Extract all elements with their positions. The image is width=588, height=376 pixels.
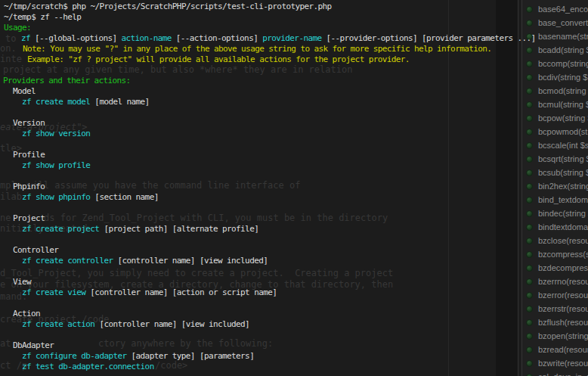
terminal-text-segment: [section name] bbox=[90, 192, 158, 202]
terminal-text-segment: Version bbox=[13, 118, 45, 128]
terminal-text-segment: [controller name] [action or script name… bbox=[85, 287, 277, 297]
terminal-text-segment: zf create action bbox=[22, 319, 94, 329]
terminal-text-segment: Controller bbox=[13, 245, 58, 255]
terminal-text-segment: Usage: bbox=[4, 23, 31, 33]
terminal-text-segment: zf show profile bbox=[22, 160, 90, 170]
terminal-line: zf show profile bbox=[22, 160, 90, 170]
terminal-text-segment: Providers and their actions: bbox=[3, 76, 131, 85]
terminal-line: zf create controller [controller name] [… bbox=[22, 256, 268, 266]
terminal-line: Action bbox=[13, 309, 40, 319]
terminal-text-segment: provider-name bbox=[262, 33, 321, 43]
terminal-text-segment: zf create project bbox=[22, 224, 99, 234]
terminal-text-segment: [project path] [alternate profile] bbox=[99, 224, 258, 234]
terminal-line: zf test db-adapter.connection bbox=[22, 362, 154, 371]
terminal-text-segment: action-name bbox=[122, 33, 172, 43]
terminal-line: View bbox=[13, 277, 31, 287]
terminal-line: zf create action [controller name] [view… bbox=[22, 319, 249, 329]
terminal-line: Usage: bbox=[4, 23, 31, 33]
terminal-text-segment: DbAdapter bbox=[13, 340, 54, 350]
terminal-text-segment: Profile bbox=[13, 150, 45, 160]
terminal-text-segment: zf show version bbox=[22, 129, 90, 138]
terminal-line: Phpinfo bbox=[13, 182, 45, 191]
terminal-line: zf configure db-adapter [adapter type] [… bbox=[22, 351, 254, 361]
terminal-text-segment: [--provider-options] [provider parameter… bbox=[322, 33, 536, 43]
terminal-line: Profile bbox=[13, 150, 45, 160]
terminal-text-segment: [model name] bbox=[90, 97, 149, 107]
terminal-text-segment: zf create controller bbox=[22, 256, 113, 266]
terminal-text-segment: View bbox=[13, 277, 31, 287]
terminal-text-segment: Action bbox=[13, 309, 40, 319]
terminal-text-segment: [--global-options] bbox=[30, 33, 121, 43]
terminal-text-segment: [--action-options] bbox=[172, 33, 262, 43]
terminal-text-segment: [controller name] [view included] bbox=[94, 319, 249, 329]
terminal-line: zf show version bbox=[22, 129, 90, 138]
terminal-text-segment: zf create view bbox=[22, 287, 85, 297]
terminal-line: Version bbox=[13, 118, 45, 128]
terminal-line: Providers and their actions: bbox=[3, 76, 131, 85]
terminal-text-segment: Example: "zf ? project" will provide all… bbox=[27, 54, 410, 64]
terminal-line: zf create model [model name] bbox=[22, 97, 150, 107]
terminal-line: ~/tmp/scratch$ php ~/Projects/ScratchPHP… bbox=[4, 2, 332, 11]
terminal-line: Note: You may use "?" in any place of th… bbox=[23, 44, 491, 54]
terminal-text-segment: Model bbox=[13, 86, 36, 96]
ide-screen: toon.inteproject at any given time, but … bbox=[0, 0, 588, 376]
terminal-text-segment: [adapter type] [parameters] bbox=[127, 351, 255, 361]
terminal-text-segment: ~/temp$ zf --help bbox=[4, 12, 81, 22]
terminal-text-segment: ~/tmp/scratch$ php ~/Projects/ScratchPHP… bbox=[4, 2, 332, 11]
terminal-line: Project bbox=[13, 213, 45, 223]
terminal-text-segment: [controller name] [view included] bbox=[113, 256, 268, 266]
terminal-line: zf create view [controller name] [action… bbox=[22, 287, 277, 297]
terminal-text-segment: zf bbox=[21, 33, 30, 43]
terminal-line: Example: "zf ? project" will provide all… bbox=[27, 54, 410, 64]
terminal-text-segment: zf configure db-adapter bbox=[22, 351, 127, 361]
terminal-text-segment: zf show phpinfo bbox=[22, 192, 90, 202]
terminal-text-segment: Phpinfo bbox=[13, 182, 45, 191]
terminal-output: ~/tmp/scratch$ php ~/Projects/ScratchPHP… bbox=[0, 0, 588, 376]
terminal-line: zf create project [project path] [altern… bbox=[22, 224, 258, 234]
terminal-line: Model bbox=[13, 86, 36, 96]
terminal-line: Controller bbox=[13, 245, 58, 255]
terminal-text-segment: Project bbox=[13, 213, 45, 223]
terminal-line: ~/temp$ zf --help bbox=[4, 12, 81, 22]
terminal-line: DbAdapter bbox=[13, 340, 54, 350]
terminal-text-segment: zf test db-adapter.connection bbox=[22, 362, 154, 371]
terminal-line: zf [--global-options] action-name [--act… bbox=[21, 33, 536, 43]
terminal-text-segment: Note: You may use "?" in any place of th… bbox=[23, 44, 491, 54]
terminal-text-segment: zf create model bbox=[22, 97, 90, 107]
terminal-line: zf show phpinfo [section name] bbox=[22, 192, 159, 202]
